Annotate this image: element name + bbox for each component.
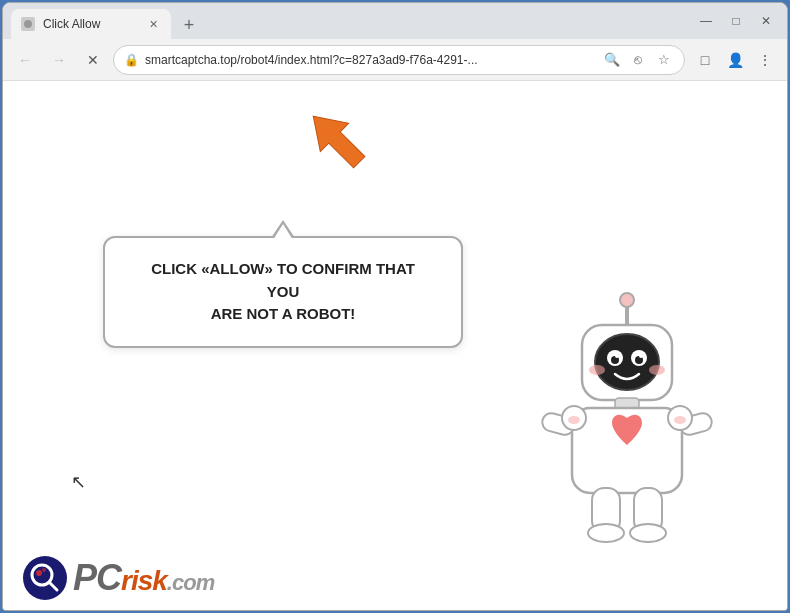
url-text: smartcaptcha.top/robot4/index.html?c=827… — [145, 53, 596, 67]
share-icon[interactable]: ⎋ — [628, 50, 648, 70]
mouse-cursor: ↖ — [71, 471, 86, 493]
pcrisk-logo: PCrisk.com — [23, 556, 214, 600]
bookmark-icon[interactable]: ☆ — [654, 50, 674, 70]
bubble-text: CLICK «ALLOW» TO CONFIRM THAT YOU ARE NO… — [135, 258, 431, 326]
svg-point-13 — [649, 365, 665, 375]
reload-button[interactable]: ✕ — [79, 46, 107, 74]
minimize-button[interactable]: — — [693, 8, 719, 34]
forward-button[interactable]: → — [45, 46, 73, 74]
address-action-icons: 🔍 ⎋ ☆ — [602, 50, 674, 70]
svg-point-20 — [588, 524, 624, 542]
active-tab[interactable]: Click Allow ✕ — [11, 9, 171, 39]
close-button[interactable]: ✕ — [753, 8, 779, 34]
robot-image — [527, 290, 727, 550]
svg-point-12 — [589, 365, 605, 375]
tab-strip: Click Allow ✕ + — [11, 3, 693, 39]
pcrisk-text: PCrisk.com — [73, 557, 214, 599]
new-tab-button[interactable]: + — [175, 11, 203, 39]
page-content: CLICK «ALLOW» TO CONFIRM THAT YOU ARE NO… — [3, 81, 787, 610]
menu-button[interactable]: ⋮ — [751, 46, 779, 74]
tab-close-button[interactable]: ✕ — [145, 16, 161, 32]
browser-window: Click Allow ✕ + — □ ✕ ← → ✕ 🔒 smartcaptc… — [2, 2, 788, 611]
svg-point-25 — [674, 416, 686, 424]
svg-point-28 — [42, 568, 46, 572]
svg-point-10 — [615, 354, 619, 358]
svg-point-5 — [595, 334, 659, 390]
lock-icon: 🔒 — [124, 53, 139, 67]
svg-point-21 — [630, 524, 666, 542]
svg-line-29 — [49, 582, 57, 590]
svg-point-11 — [639, 354, 643, 358]
tab-title: Click Allow — [43, 17, 137, 31]
svg-point-24 — [568, 416, 580, 424]
arrow-graphic — [298, 101, 378, 181]
maximize-button[interactable]: □ — [723, 8, 749, 34]
toolbar-actions: □ 👤 ⋮ — [691, 46, 779, 74]
window-controls: — □ ✕ — [693, 8, 779, 34]
address-bar[interactable]: 🔒 smartcaptcha.top/robot4/index.html?c=8… — [113, 45, 685, 75]
back-button[interactable]: ← — [11, 46, 39, 74]
extensions-button[interactable]: □ — [691, 46, 719, 74]
title-bar: Click Allow ✕ + — □ ✕ — [3, 3, 787, 39]
svg-point-27 — [36, 570, 42, 576]
svg-marker-1 — [299, 102, 373, 176]
search-icon[interactable]: 🔍 — [602, 50, 622, 70]
profile-button[interactable]: 👤 — [721, 46, 749, 74]
tab-favicon — [21, 17, 35, 31]
svg-point-0 — [24, 20, 32, 28]
browser-toolbar: ← → ✕ 🔒 smartcaptcha.top/robot4/index.ht… — [3, 39, 787, 81]
pcrisk-magnifier-icon — [23, 556, 67, 600]
svg-point-3 — [620, 293, 634, 307]
speech-bubble: CLICK «ALLOW» TO CONFIRM THAT YOU ARE NO… — [103, 236, 463, 348]
